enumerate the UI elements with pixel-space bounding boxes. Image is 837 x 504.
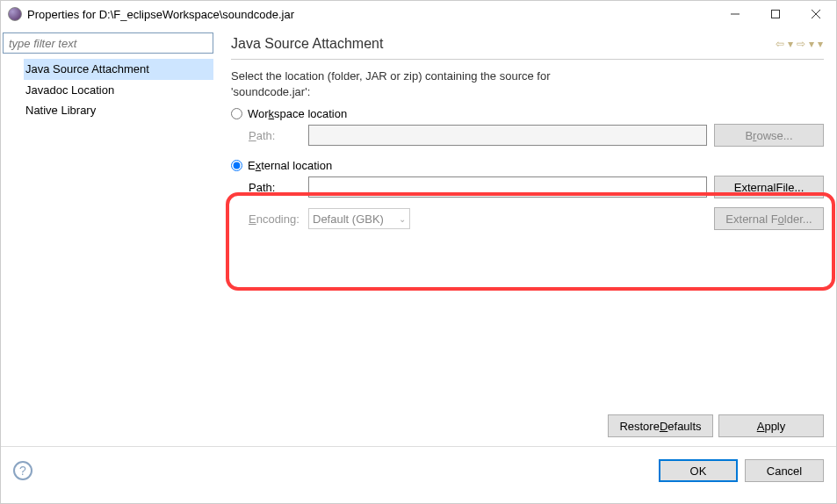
eclipse-icon <box>8 7 22 21</box>
footer: ? OK Cancel <box>1 447 836 494</box>
window-controls <box>715 1 836 27</box>
minimize-button[interactable] <box>715 1 755 27</box>
bottom-buttons: Restore Defaults Apply <box>231 406 824 437</box>
menu-dropdown-icon[interactable]: ▾ <box>817 38 824 50</box>
maximize-button[interactable] <box>755 1 796 27</box>
ok-button[interactable]: OK <box>659 459 738 482</box>
restore-defaults-button[interactable]: Restore Defaults <box>608 414 713 437</box>
tree-item-java-source[interactable]: Java Source Attachment <box>24 59 213 80</box>
nav-arrows: ⇦ ▾ ⇨ ▾ ▾ <box>775 38 824 50</box>
tree-item-javadoc[interactable]: Javadoc Location <box>24 80 213 101</box>
back-dropdown-icon[interactable]: ▾ <box>787 38 794 50</box>
browse-button: Browse... <box>714 124 824 147</box>
apply-button[interactable]: Apply <box>718 414 824 437</box>
encoding-select: Default (GBK) ⌄ <box>308 208 410 229</box>
description-text: Select the location (folder, JAR or zip)… <box>231 68 824 100</box>
window-title: Properties for D:\F_eclipseWorkspace\sou… <box>27 8 715 21</box>
page-title: Java Source Attachment <box>231 36 775 52</box>
filter-input[interactable] <box>3 32 213 54</box>
right-panel: Java Source Attachment ⇦ ▾ ⇨ ▾ ▾ Select … <box>219 27 836 446</box>
encoding-label: Encoding: <box>249 212 301 226</box>
workspace-path-input <box>308 125 707 146</box>
external-radio-label: External location <box>248 159 332 172</box>
titlebar: Properties for D:\F_eclipseWorkspace\sou… <box>1 1 836 27</box>
external-path-row: Path: External File... <box>249 176 824 198</box>
workspace-path-label: Path: <box>249 129 301 142</box>
left-panel: Java Source Attachment Javadoc Location … <box>1 27 219 446</box>
forward-dropdown-icon[interactable]: ▾ <box>808 38 815 50</box>
forward-arrow-icon[interactable]: ⇨ <box>796 38 806 50</box>
external-folder-button[interactable]: External Folder... <box>714 207 824 230</box>
encoding-row: Encoding: Default (GBK) ⌄ External Folde… <box>249 207 824 230</box>
chevron-down-icon: ⌄ <box>399 214 406 224</box>
help-button[interactable]: ? <box>13 461 32 480</box>
svg-rect-1 <box>772 11 780 18</box>
workspace-radio[interactable] <box>231 108 242 119</box>
external-radio[interactable] <box>231 160 242 171</box>
workspace-radio-row: Workspace location <box>231 107 824 120</box>
external-path-input[interactable] <box>308 176 707 198</box>
back-arrow-icon[interactable]: ⇦ <box>775 38 785 50</box>
external-radio-row: External location <box>231 159 824 172</box>
external-path-label: Path: <box>249 181 301 194</box>
workspace-path-row: Path: Browse... <box>249 124 824 147</box>
tree: Java Source Attachment Javadoc Location … <box>3 54 213 121</box>
close-button[interactable] <box>796 1 836 27</box>
workspace-radio-label: Workspace location <box>248 107 347 120</box>
external-file-button[interactable]: External File... <box>714 176 824 198</box>
cancel-button[interactable]: Cancel <box>745 459 824 482</box>
tree-item-native-library[interactable]: Native Library <box>24 100 213 121</box>
